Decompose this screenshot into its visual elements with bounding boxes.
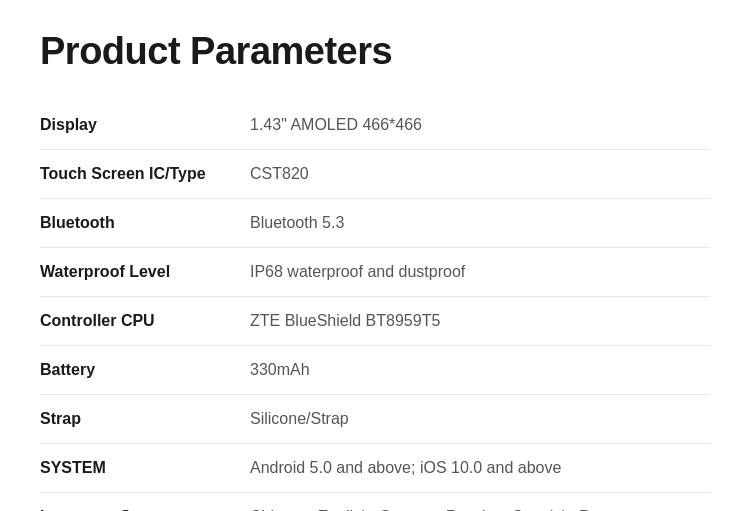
param-value: Chinese, English, German, Russian, Spani…	[250, 493, 710, 512]
param-value: IP68 waterproof and dustproof	[250, 248, 710, 297]
param-value: ZTE BlueShield BT8959T5	[250, 297, 710, 346]
param-label: Touch Screen IC/Type	[40, 150, 250, 199]
param-value: 1.43" AMOLED 466*466	[250, 101, 710, 150]
table-row: Controller CPUZTE BlueShield BT8959T5	[40, 297, 710, 346]
param-value: Silicone/Strap	[250, 395, 710, 444]
param-label: Strap	[40, 395, 250, 444]
product-parameters-table: Display1.43" AMOLED 466*466Touch Screen …	[40, 101, 710, 511]
param-value: CST820	[250, 150, 710, 199]
param-value: Bluetooth 5.3	[250, 199, 710, 248]
param-label: Controller CPU	[40, 297, 250, 346]
table-row: Waterproof LevelIP68 waterproof and dust…	[40, 248, 710, 297]
param-value: 330mAh	[250, 346, 710, 395]
table-row: Language SupportChinese, English, German…	[40, 493, 710, 512]
param-label: SYSTEM	[40, 444, 250, 493]
table-row: Display1.43" AMOLED 466*466	[40, 101, 710, 150]
table-row: StrapSilicone/Strap	[40, 395, 710, 444]
param-label: Waterproof Level	[40, 248, 250, 297]
page-title: Product Parameters	[40, 30, 710, 73]
param-value: Android 5.0 and above; iOS 10.0 and abov…	[250, 444, 710, 493]
param-label: Display	[40, 101, 250, 150]
table-row: SYSTEMAndroid 5.0 and above; iOS 10.0 an…	[40, 444, 710, 493]
param-label: Bluetooth	[40, 199, 250, 248]
table-row: Battery330mAh	[40, 346, 710, 395]
table-row: Touch Screen IC/TypeCST820	[40, 150, 710, 199]
param-label: Battery	[40, 346, 250, 395]
param-label: Language Support	[40, 493, 250, 512]
table-row: BluetoothBluetooth 5.3	[40, 199, 710, 248]
